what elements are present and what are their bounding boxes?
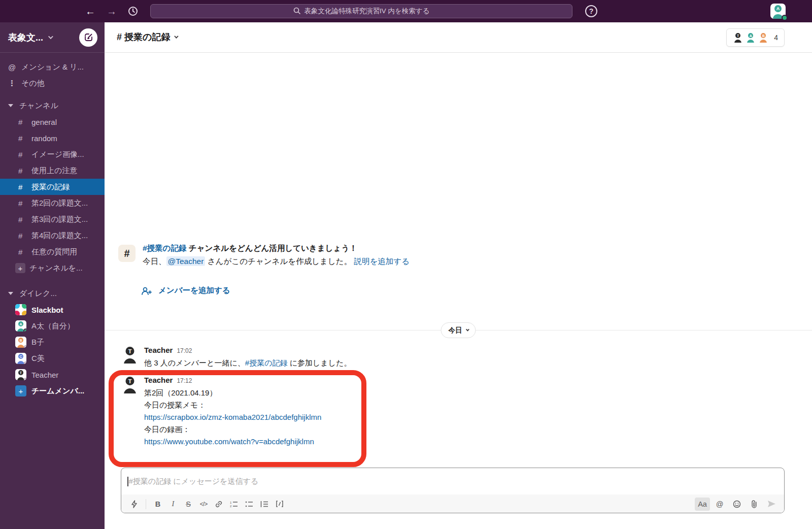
sidebar-channel-image[interactable]: #イメージ画像... — [0, 146, 105, 162]
link-button[interactable] — [211, 498, 226, 511]
join-text-prefix: 他 3 人のメンバーと一緒に、 — [144, 358, 245, 367]
chevron-down-icon — [48, 34, 53, 39]
shortcuts-lightning-icon[interactable] — [126, 498, 142, 511]
teacher-avatar[interactable]: T — [121, 345, 139, 363]
sidebar-channel-usage-notes[interactable]: #使用上の注意 — [0, 162, 105, 179]
sidebar-channel-general[interactable]: #general — [0, 114, 105, 130]
message-class-record[interactable]: T Teacher17:12 第2回（2021.04.19） 今日の授業メモ： … — [121, 375, 321, 448]
history-clock-icon[interactable] — [128, 6, 138, 16]
day-label: 今日 — [449, 326, 462, 335]
message-input[interactable]: #授業の記録 にメッセージを送信する — [121, 468, 784, 494]
message-timestamp[interactable]: 17:02 — [177, 347, 192, 354]
avatar-letter: A — [18, 321, 23, 326]
sidebar-channel-assignment-2[interactable]: #第2回の課題文... — [0, 195, 105, 211]
teacher-mention-chip[interactable]: @Teacher — [166, 256, 206, 266]
bullet-list-button[interactable] — [242, 498, 257, 511]
dm-c[interactable]: C C美 — [0, 350, 105, 367]
day-divider-button[interactable]: 今日 — [441, 322, 476, 338]
mention-button[interactable]: @ — [712, 498, 727, 511]
svg-text:2: 2 — [230, 505, 232, 508]
message-body: 他 3 人のメンバーと一緒に、#授業の記録 に参加しました。 — [144, 357, 351, 369]
hash-icon: # — [18, 183, 31, 191]
compose-button[interactable] — [79, 28, 97, 47]
message-line-recording-label: 今日の録画： — [144, 423, 321, 436]
sidebar-channel-random[interactable]: #random — [0, 130, 105, 146]
day-divider: 今日 — [105, 322, 812, 339]
emoji-button[interactable] — [729, 498, 745, 511]
youtube-link[interactable]: https://www.youtube.com/watch?v=abcdefgh… — [144, 437, 314, 446]
channels-section-header[interactable]: チャンネル — [0, 97, 105, 114]
member-avatar-body — [760, 40, 767, 43]
user-avatar-letter: A — [774, 5, 782, 12]
channel-title-button[interactable]: # 授業の記録 — [117, 31, 177, 43]
intro-title-text: チャンネルをどんどん活用していきましょう！ — [186, 244, 357, 252]
ordered-list-button[interactable]: 12 — [226, 498, 242, 511]
dm-b[interactable]: B B子 — [0, 334, 105, 350]
dm-section-header[interactable]: ダイレク... — [0, 285, 105, 302]
sidebar-item-more[interactable]: ⋮ その他 — [0, 75, 105, 91]
invite-label: チームメンバ... — [31, 386, 84, 396]
history-forward-icon[interactable]: → — [107, 6, 117, 16]
history-back-icon[interactable]: ← — [85, 6, 95, 16]
member-avatar-body — [734, 40, 741, 43]
dm-label: A太（自分） — [31, 321, 75, 331]
composer-placeholder: #授業の記録 にメッセージを送信する — [129, 477, 259, 486]
add-channel-button[interactable]: + チャンネルを... — [0, 260, 105, 276]
sidebar-channel-class-records-selected[interactable]: #授業の記録 — [0, 179, 105, 195]
bold-button[interactable]: B — [150, 498, 165, 511]
intro-channel-link[interactable]: #授業の記録 — [143, 244, 186, 252]
dm-slackbot[interactable]: Slackbot — [0, 302, 105, 318]
sidebar-item-mentions[interactable]: @ メンション & リ... — [0, 59, 105, 75]
search-placeholder-text: 表象文化論特殊研究演習IV 内を検索する — [304, 7, 430, 16]
attach-file-button[interactable] — [747, 498, 762, 511]
avatar-letter: T — [126, 377, 134, 385]
message-timestamp[interactable]: 17:12 — [177, 377, 192, 384]
dm-label: C美 — [31, 354, 45, 363]
scrapbox-link[interactable]: https://scrapbox.io/zmz-komaba2021/abcde… — [144, 413, 321, 421]
send-button[interactable] — [764, 498, 779, 511]
user-avatar[interactable]: A — [770, 4, 786, 19]
hash-icon: # — [18, 248, 31, 256]
sidebar-channel-assignment-4[interactable]: #第4回の課題文... — [0, 227, 105, 244]
member-avatar-letter: B — [761, 33, 766, 38]
channel-label: 任意の質問用 — [31, 247, 77, 257]
dm-teacher[interactable]: T Teacher — [0, 367, 105, 383]
hash-icon: # — [18, 167, 31, 175]
dm-a-self[interactable]: A A太（自分） — [0, 318, 105, 334]
chevron-down-icon — [466, 328, 469, 332]
member-count: 4 — [774, 34, 778, 42]
strikethrough-button[interactable]: S — [181, 498, 196, 511]
sidebar-channel-questions[interactable]: #任意の質問用 — [0, 244, 105, 260]
teacher-avatar[interactable]: T — [121, 375, 139, 393]
help-label: ? — [589, 7, 594, 15]
message-join[interactable]: T Teacher17:02 他 3 人のメンバーと一緒に、#授業の記録 に参加… — [121, 345, 351, 369]
text-caret — [127, 477, 128, 486]
code-button[interactable]: </> — [196, 498, 211, 511]
hash-icon: # — [18, 150, 31, 159]
italic-button[interactable]: I — [165, 498, 181, 511]
workspace-switcher[interactable]: 表象文... — [0, 22, 105, 53]
add-members-label: メンバーを追加する — [158, 285, 230, 296]
search-input[interactable]: 表象文化論特殊研究演習IV 内を検索する — [150, 4, 572, 18]
chevron-down-icon — [175, 34, 179, 38]
hash-icon: # — [18, 232, 31, 240]
code-block-button[interactable] — [272, 498, 287, 511]
channel-link[interactable]: #授業の記録 — [245, 358, 288, 367]
message-author[interactable]: Teacher — [144, 376, 173, 384]
avatar-body — [17, 361, 24, 364]
help-button[interactable]: ? — [585, 5, 597, 17]
blockquote-button[interactable] — [257, 498, 272, 511]
channel-members-button[interactable]: T A B 4 — [726, 28, 785, 47]
add-description-link[interactable]: 説明を追加する — [354, 257, 410, 266]
add-members-button[interactable]: メンバーを追加する — [141, 285, 230, 296]
sidebar-channel-assignment-3[interactable]: #第3回の課題文... — [0, 211, 105, 227]
member-avatar-body — [747, 40, 754, 43]
intro-created-suffix: さんがこのチャンネルを作成しました。 — [205, 257, 352, 266]
format-toggle-button[interactable]: Aa — [695, 498, 710, 511]
plus-icon: + — [15, 263, 25, 273]
channel-label: 使用上の注意 — [31, 166, 77, 176]
dm-label: Teacher — [31, 371, 58, 379]
message-author[interactable]: Teacher — [144, 346, 173, 354]
message-composer: #授業の記録 にメッセージを送信する B I S </> 12 — [121, 468, 785, 513]
invite-teammates-button[interactable]: + チームメンバ... — [0, 383, 105, 399]
